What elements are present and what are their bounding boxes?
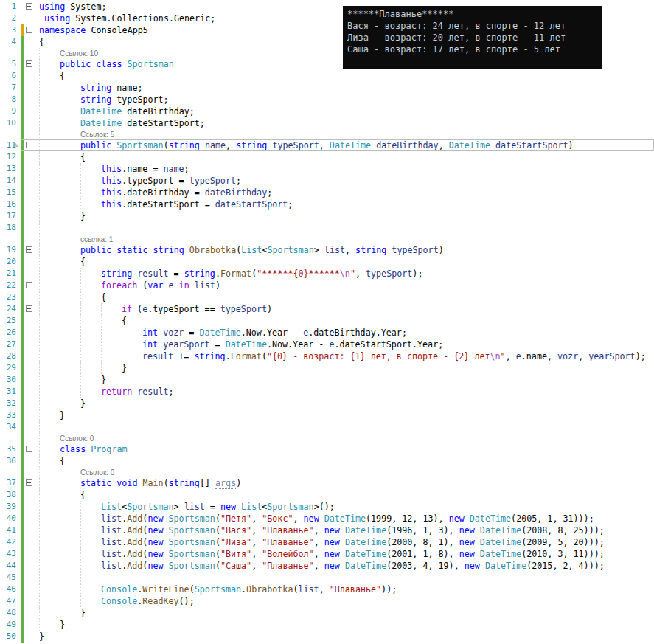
code-text[interactable]: this.dateBirthday = dateBirthday; [35, 187, 654, 198]
code-text[interactable] [35, 572, 654, 584]
code-text[interactable] [35, 421, 654, 433]
line-number[interactable]: 15 [0, 187, 21, 198]
line-number[interactable]: 24 [0, 303, 21, 315]
line-number[interactable]: 17 [0, 210, 21, 222]
line-number[interactable]: 13 [0, 163, 21, 175]
code-text[interactable]: } [35, 398, 654, 409]
code-text[interactable]: } [35, 607, 654, 619]
code-text[interactable]: this.typeSport = typeSport; [35, 175, 654, 187]
code-text[interactable]: } [35, 619, 654, 631]
line-number[interactable]: 44 [0, 560, 21, 572]
code-text[interactable]: string name; [35, 82, 654, 94]
code-text[interactable]: list.Add(new Sportsman("Витя", "Волейбол… [35, 548, 654, 560]
code-text[interactable] [35, 222, 654, 234]
line-number[interactable]: 32 [0, 398, 21, 409]
line-number[interactable]: 25 [0, 315, 21, 327]
line-number[interactable]: 4 [0, 36, 21, 48]
line-number[interactable]: 33 [0, 409, 21, 421]
code-text[interactable]: list.Add(new Sportsman("Петя", "Бокс", n… [35, 513, 654, 524]
line-number[interactable]: 23 [0, 291, 21, 303]
code-text[interactable]: result += string.Format("{0} - возраст: … [35, 350, 654, 362]
line-number[interactable]: 3 [0, 24, 21, 36]
code-text[interactable]: { [35, 256, 654, 268]
codelens-references[interactable]: Ссылок: 5 [80, 131, 114, 139]
codelens-references[interactable]: ссылка: 1 [80, 235, 113, 243]
code-text[interactable]: } [35, 362, 654, 374]
line-number[interactable]: 19 [0, 244, 21, 256]
line-number[interactable]: 27 [0, 339, 21, 350]
code-text[interactable]: if (e.typeSport == typeSport) [35, 303, 654, 315]
line-number[interactable]: 22 [0, 280, 21, 291]
code-text[interactable]: list.Add(new Sportsman("Саша", "Плаванье… [35, 560, 654, 572]
line-number[interactable]: 29 [0, 362, 21, 374]
fold-collapse-icon[interactable] [26, 3, 32, 10]
line-number[interactable]: 42 [0, 536, 21, 548]
code-text[interactable]: { [35, 70, 654, 82]
fold-collapse-icon[interactable] [26, 246, 32, 253]
fold-collapse-icon[interactable] [26, 282, 32, 288]
code-text[interactable]: public static string Obrabotka(List<Spor… [35, 244, 654, 256]
fold-collapse-icon[interactable] [26, 305, 32, 312]
code-text[interactable]: List<Sportsman> list = new List<Sportsma… [35, 501, 654, 513]
code-text[interactable]: { [35, 291, 654, 303]
code-text[interactable]: } [35, 374, 654, 386]
line-number[interactable]: 35 [0, 443, 21, 455]
line-number[interactable]: 49 [0, 619, 21, 631]
line-number[interactable]: 38 [0, 489, 21, 501]
code-text[interactable]: list.Add(new Sportsman("Лиза", "Плаванье… [35, 536, 654, 548]
line-number[interactable]: 14 [0, 175, 21, 187]
code-text[interactable]: public Sportsman(string name, string typ… [35, 139, 654, 151]
codelens-references[interactable]: Ссылок: 0 [80, 468, 114, 477]
line-number[interactable]: 26 [0, 327, 21, 339]
line-number[interactable]: 30 [0, 374, 21, 386]
line-number[interactable]: 6 [0, 70, 21, 82]
line-number[interactable]: 10 [0, 117, 21, 129]
fold-collapse-icon[interactable] [26, 60, 32, 67]
code-text[interactable]: DateTime dateStartSport; [35, 117, 654, 129]
line-number[interactable]: 36 [0, 455, 21, 467]
code-text[interactable]: { [35, 315, 654, 327]
console-output-window[interactable]: ******Плаванье****** Вася - возраст: 24 … [343, 6, 602, 69]
code-text[interactable]: return result; [35, 386, 654, 398]
code-text[interactable]: foreach (var e in list) [35, 280, 654, 291]
line-number[interactable]: 8 [0, 94, 21, 105]
code-text[interactable]: { [35, 151, 654, 163]
fold-collapse-icon[interactable] [26, 446, 32, 452]
fold-collapse-icon[interactable] [26, 479, 32, 486]
code-text[interactable]: this.name = name; [35, 163, 654, 175]
line-number[interactable]: 18 [0, 222, 21, 234]
line-number[interactable]: 5 [0, 58, 21, 70]
code-text[interactable]: { [35, 455, 654, 467]
codelens-references[interactable]: Ссылок: 0 [60, 434, 94, 443]
code-text[interactable]: { [35, 489, 654, 501]
fold-collapse-icon[interactable] [26, 142, 32, 148]
code-text[interactable]: list.Add(new Sportsman("Вася", "Плаванье… [35, 524, 654, 536]
code-editor[interactable]: 1using System;2 using System.Collections… [0, 0, 654, 644]
line-number[interactable]: 47 [0, 595, 21, 607]
line-number[interactable]: 43 [0, 548, 21, 560]
code-text[interactable]: int yearSport = DateTime.Now.Year - e.da… [35, 339, 654, 350]
code-text[interactable]: class Program [35, 443, 654, 455]
line-number[interactable]: 41 [0, 524, 21, 536]
line-number[interactable]: 37 [0, 477, 21, 489]
line-number[interactable]: 39 [0, 501, 21, 513]
line-number[interactable]: 11✎ [0, 139, 21, 151]
code-text[interactable]: static void Main(string[] args) [35, 477, 654, 489]
codelens-references[interactable]: Ссылок: 10 [60, 49, 98, 58]
line-number[interactable]: 34 [0, 421, 21, 433]
line-number[interactable]: 9 [0, 105, 21, 117]
line-number[interactable]: 16 [0, 198, 21, 210]
line-number[interactable]: 1 [0, 1, 21, 13]
code-text[interactable]: Console.WriteLine(Sportsman.Obrabotka(li… [35, 584, 654, 595]
line-number[interactable]: 12 [0, 151, 21, 163]
fold-collapse-icon[interactable] [26, 27, 32, 33]
code-text[interactable]: DateTime dateBirthday; [35, 105, 654, 117]
line-number[interactable]: 2 [0, 13, 21, 24]
line-number[interactable]: 20 [0, 256, 21, 268]
line-number[interactable]: 31 [0, 386, 21, 398]
line-number[interactable]: 45 [0, 572, 21, 584]
code-text[interactable]: this.dateStartSport = dateStartSport; [35, 198, 654, 210]
code-text[interactable]: Console.ReadKey(); [35, 595, 654, 607]
line-number[interactable]: 28 [0, 350, 21, 362]
line-number[interactable]: 40 [0, 513, 21, 524]
